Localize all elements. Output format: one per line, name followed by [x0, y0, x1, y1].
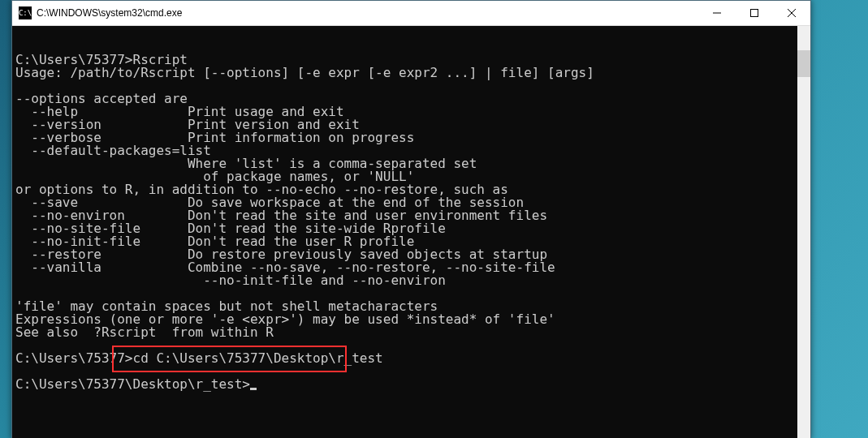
- scrollbar-thumb[interactable]: [797, 50, 810, 77]
- scrollbar-track[interactable]: [797, 26, 810, 438]
- close-button[interactable]: [773, 1, 810, 25]
- minimize-button[interactable]: [698, 1, 736, 25]
- cmd-window: C:\ C:\WINDOWS\system32\cmd.exe C:\Users…: [11, 0, 811, 438]
- titlebar[interactable]: C:\ C:\WINDOWS\system32\cmd.exe: [12, 1, 810, 26]
- cursor: [250, 388, 257, 390]
- terminal-area[interactable]: C:\Users\75377>Rscript Usage: /path/to/R…: [12, 26, 810, 438]
- window-title: C:\WINDOWS\system32\cmd.exe: [37, 7, 698, 19]
- terminal-output: C:\Users\75377>Rscript Usage: /path/to/R…: [15, 54, 807, 391]
- cmd-icon: C:\: [19, 6, 32, 19]
- window-controls: [698, 1, 810, 25]
- maximize-button[interactable]: [736, 1, 773, 25]
- svg-rect-1: [751, 10, 758, 17]
